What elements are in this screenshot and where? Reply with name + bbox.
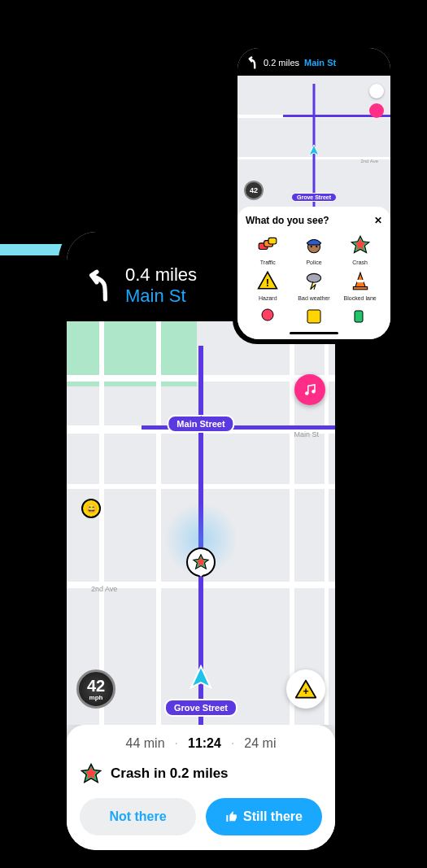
svg-point-24 xyxy=(262,309,273,321)
home-indicator xyxy=(290,332,338,334)
trip-eta: 11:24 xyxy=(188,736,221,751)
dot-separator: · xyxy=(175,736,178,751)
map-view[interactable]: Main St 2nd Ave Main Street 😄 Grove Stre… xyxy=(67,321,335,725)
nav-street: Main St xyxy=(125,286,197,307)
sign-icon xyxy=(302,304,326,329)
still-there-label: Still there xyxy=(243,809,303,824)
music-icon xyxy=(303,382,317,397)
turn-left-arrow-icon xyxy=(81,268,115,303)
nav-distance: 0.4 miles xyxy=(125,264,197,286)
current-location-arrow-icon xyxy=(307,144,320,157)
svg-marker-2 xyxy=(191,666,211,687)
report-traffic[interactable]: Traffic xyxy=(246,233,290,265)
thumbs-up-icon xyxy=(225,810,238,823)
speedometer[interactable]: 42 mph xyxy=(76,670,115,709)
svg-rect-23 xyxy=(353,287,367,290)
road-label-2nd: 2nd Ave xyxy=(360,159,378,164)
report-crash[interactable]: Crash xyxy=(338,233,382,265)
report-blocked[interactable]: Blocked lane xyxy=(338,268,382,301)
music-button[interactable] xyxy=(294,374,325,405)
street-pill-main: Main Street xyxy=(167,415,234,433)
svg-rect-26 xyxy=(355,311,363,322)
street-pill-grove: Grove Street xyxy=(164,699,237,717)
report-extra-2[interactable] xyxy=(292,304,337,329)
not-there-label: Not there xyxy=(109,809,166,824)
nav-header: 0.2 miles Main St xyxy=(237,48,390,76)
report-sheet: What do you see? ✕ Traffic Police Crash … xyxy=(237,207,390,339)
nav-street: Main St xyxy=(304,58,336,68)
speed-unit: mph xyxy=(89,694,103,701)
turn-left-arrow-icon xyxy=(246,56,259,69)
svg-rect-25 xyxy=(307,310,320,323)
voice-button[interactable] xyxy=(369,84,384,98)
report-label: Traffic xyxy=(260,260,276,265)
police-icon xyxy=(302,233,326,257)
road-label-2nd: 2nd Ave xyxy=(91,585,117,593)
report-grid: Traffic Police Crash ! Hazard Bad weathe… xyxy=(246,233,382,301)
trip-distance: 24 mi xyxy=(244,736,276,751)
report-police[interactable]: Police xyxy=(292,233,337,265)
report-label: Bad weather xyxy=(298,295,329,301)
nav-distance: 0.2 miles xyxy=(264,58,299,68)
sheet-title: What do you see? xyxy=(246,215,329,226)
crash-icon xyxy=(192,553,210,571)
dot-separator: · xyxy=(231,736,234,751)
report-hazard-icon: + xyxy=(294,678,317,700)
current-location-arrow-icon xyxy=(188,665,214,691)
speed-value: 42 xyxy=(87,678,105,694)
music-button[interactable] xyxy=(369,103,384,118)
weather-icon xyxy=(302,268,326,293)
report-label: Police xyxy=(306,260,321,265)
balloon-icon xyxy=(255,304,280,329)
report-label: Hazard xyxy=(259,295,277,301)
svg-point-14 xyxy=(311,246,312,247)
road-label-main: Main St xyxy=(294,430,319,438)
cone-icon xyxy=(348,268,373,293)
phone-small-frame: 0.2 miles Main St 2nd Ave Grove Street 4… xyxy=(233,43,395,344)
svg-point-3 xyxy=(305,391,309,395)
trip-time: 44 min xyxy=(126,736,165,751)
street-pill-grove: Grove Street xyxy=(291,193,337,202)
speed-value: 42 xyxy=(250,186,258,194)
report-hazard[interactable]: ! Hazard xyxy=(246,268,290,301)
crash-icon xyxy=(348,233,373,257)
report-weather[interactable]: Bad weather xyxy=(292,268,337,301)
report-grid-row2 xyxy=(246,304,382,329)
trip-summary: 44 min · 11:24 · 24 mi xyxy=(80,736,322,751)
map-view[interactable]: 2nd Ave Grove Street 42 xyxy=(237,76,390,207)
svg-text:+: + xyxy=(303,686,308,697)
hazard-alert: Crash in 0.2 miles xyxy=(80,762,322,785)
still-there-button[interactable]: Still there xyxy=(206,798,322,835)
gas-icon xyxy=(348,304,373,329)
svg-point-20 xyxy=(307,273,320,282)
hazard-icon: ! xyxy=(255,268,280,293)
svg-rect-22 xyxy=(356,280,364,282)
bottom-sheet: 44 min · 11:24 · 24 mi Crash in 0.2 mile… xyxy=(67,725,335,850)
report-extra-1[interactable] xyxy=(246,304,290,329)
report-label: Blocked lane xyxy=(344,295,377,301)
svg-marker-9 xyxy=(309,145,319,155)
report-button[interactable]: + xyxy=(286,670,325,709)
close-button[interactable]: ✕ xyxy=(374,215,382,226)
report-extra-3[interactable] xyxy=(338,304,382,329)
alert-text: Crash in 0.2 miles xyxy=(111,765,229,782)
crash-map-pin[interactable] xyxy=(186,547,216,577)
phone-small-screen: 0.2 miles Main St 2nd Ave Grove Street 4… xyxy=(237,48,390,339)
wazer-pin[interactable]: 😄 xyxy=(81,499,101,518)
speedometer[interactable]: 42 xyxy=(244,181,264,200)
svg-text:!: ! xyxy=(266,277,269,289)
svg-rect-12 xyxy=(268,238,277,244)
traffic-icon xyxy=(255,233,280,257)
svg-point-4 xyxy=(312,390,316,394)
report-label: Crash xyxy=(352,260,368,265)
not-there-button[interactable]: Not there xyxy=(80,798,196,835)
svg-point-15 xyxy=(316,246,317,247)
crash-icon xyxy=(80,762,102,785)
alert-actions: Not there Still there xyxy=(80,798,322,835)
